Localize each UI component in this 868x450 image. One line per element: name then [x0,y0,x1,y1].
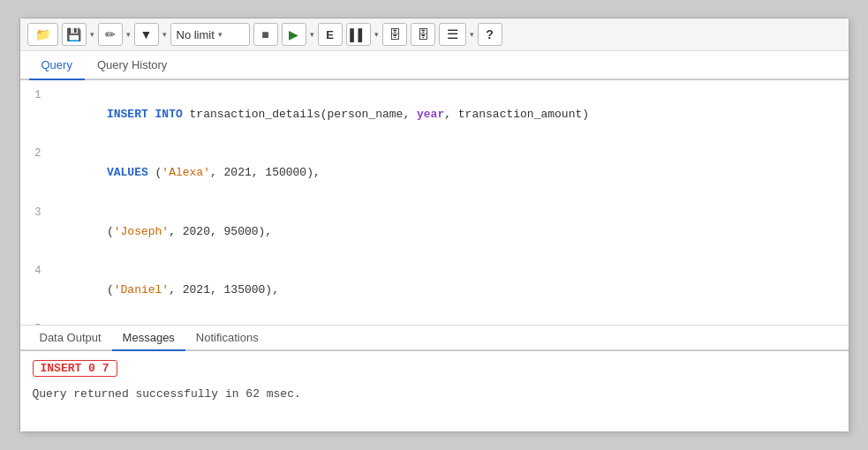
limit-dropdown[interactable]: No limit ▾ [170,23,250,46]
success-message: Query returned successfully in 62 msec. [33,387,836,401]
chart-chevron-icon: ▾ [374,30,379,39]
edit-button[interactable]: ✏ [98,23,123,46]
save-chevron-icon: ▾ [90,30,94,39]
pencil-icon: ✏ [105,27,116,41]
limit-label: No limit [177,28,215,41]
database2-icon: 🗄 [417,27,429,41]
stop-button[interactable]: ■ [253,23,278,46]
limit-chevron-icon: ▾ [218,30,223,39]
insert-result-badge: INSERT 0 7 [33,360,117,377]
main-window: 📁 💾 ▾ ✏ ▾ ▼ ▾ No limit ▾ ■ ▶ ▾ E ▌▌ ▾ [19,18,849,432]
code-line-1: 1 INSERT INTO transaction_details(person… [20,86,849,144]
save-button[interactable]: 💾 [62,23,87,46]
keyword-values: VALUES [107,166,155,179]
tab-messages[interactable]: Messages [112,326,185,351]
keyword-year: year [417,108,444,121]
edit-chevron-icon: ▾ [126,30,131,39]
top-tabs-bar: Query Query History [20,51,849,80]
tab-query-history[interactable]: Query History [85,51,179,80]
bar-chart-icon: ▌▌ [350,28,366,41]
play-icon: ▶ [289,27,298,41]
tab-query[interactable]: Query [29,51,85,80]
open-file-button[interactable]: 📁 [27,23,58,46]
code-line-4: 4 ('Daniel', 2021, 135000), [20,261,849,319]
chart-button[interactable]: ▌▌ [346,23,371,46]
run-button[interactable]: ▶ [282,23,306,46]
code-line-3: 3 ('Joseph', 2020, 95000), [20,203,849,261]
tab-data-output[interactable]: Data Output [29,326,112,351]
code-line-5: 5 ('Anna', 2022, 125000), [20,319,849,326]
result-area: Data Output Messages Notifications INSER… [20,326,849,431]
code-line-2: 2 VALUES ('Alexa', 2021, 150000), [20,144,849,202]
filter-icon: ▼ [140,27,153,41]
help-icon: ? [486,27,494,41]
list-icon: ☰ [447,26,458,42]
database1-icon: 🗄 [389,27,401,41]
code-editor[interactable]: 1 INSERT INTO transaction_details(person… [20,80,849,326]
folder-icon: 📁 [35,27,50,41]
tab-notifications[interactable]: Notifications [185,326,269,351]
list-chevron-icon: ▾ [470,30,474,39]
db-connect-button[interactable]: 🗄 [382,23,407,46]
db-manage-button[interactable]: 🗄 [411,23,435,46]
toolbar: 📁 💾 ▾ ✏ ▾ ▼ ▾ No limit ▾ ■ ▶ ▾ E ▌▌ ▾ [20,19,849,51]
result-content: INSERT 0 7 Query returned successfully i… [20,351,849,431]
filter-chevron-icon: ▾ [162,30,167,39]
keyword-insert: INSERT INTO [107,108,190,121]
stop-icon: ■ [261,27,268,41]
filter-button[interactable]: ▼ [134,23,159,46]
list-menu-button[interactable]: ☰ [439,23,466,46]
result-tabs-bar: Data Output Messages Notifications [20,326,849,351]
explain-icon: E [326,28,334,41]
explain-button[interactable]: E [318,23,343,46]
run-chevron-icon: ▾ [310,30,314,39]
save-icon: 💾 [66,27,81,41]
help-button[interactable]: ? [478,23,502,46]
